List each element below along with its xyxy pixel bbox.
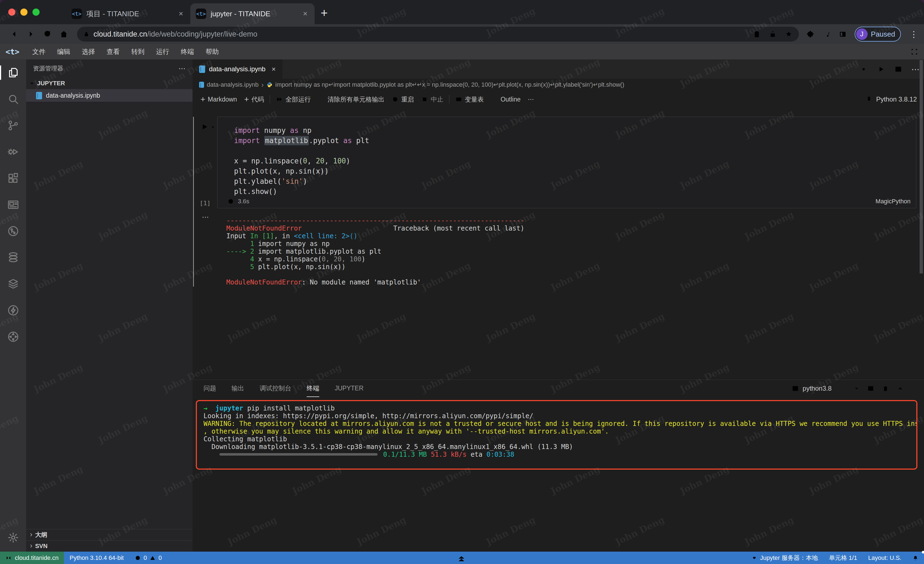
menu-item[interactable]: 文件 <box>27 47 51 56</box>
notifications-bell-icon[interactable] <box>907 552 924 564</box>
home-icon[interactable] <box>59 29 69 39</box>
close-tab-icon[interactable]: × <box>272 65 276 74</box>
editor-more-icon[interactable]: ⋯ <box>911 65 920 74</box>
restart-kernel-button[interactable]: 重启 <box>388 93 417 105</box>
activity-item-files[interactable] <box>0 59 26 86</box>
side-panel-icon[interactable] <box>838 30 847 39</box>
activity-item-preview[interactable] <box>0 191 26 218</box>
activity-item-extensions[interactable] <box>0 165 26 191</box>
new-terminal-icon[interactable] <box>839 385 846 393</box>
activity-item-database[interactable] <box>0 244 26 271</box>
toolbar-more-button[interactable]: ⋯ <box>524 93 538 105</box>
close-panel-icon[interactable] <box>911 385 919 393</box>
split-editor-icon[interactable] <box>894 65 903 74</box>
panel-tab-终端[interactable]: 终端 <box>307 380 319 397</box>
browser-menu-icon[interactable]: ⋮ <box>910 29 918 39</box>
terminal-output[interactable]: → jupyter pip install matplotlibLooking … <box>204 405 910 458</box>
cell-language-mode[interactable]: MagicPython <box>876 198 910 205</box>
activity-item-source-control[interactable] <box>0 112 26 139</box>
reading-list-icon[interactable] <box>822 30 831 39</box>
add-code-button[interactable]: +代码 <box>241 93 268 105</box>
minimize-window-button[interactable] <box>20 9 27 16</box>
forward-icon[interactable] <box>26 29 36 39</box>
profile-button[interactable]: J Paused <box>855 27 901 42</box>
maximize-panel-icon[interactable] <box>897 385 904 393</box>
notebook-settings-gear-icon[interactable] <box>860 65 868 74</box>
activity-item-layers[interactable] <box>0 271 26 297</box>
file-item-data-analysis[interactable]: data-analysis.ipynb <box>26 89 192 102</box>
activity-item-search[interactable] <box>0 86 26 112</box>
dock-reveal-icon[interactable] <box>455 553 468 563</box>
browser-tab[interactable]: <t>项目 - TITANIDE× <box>66 3 190 24</box>
menu-item[interactable]: 查看 <box>101 47 126 56</box>
panel-tab-问题[interactable]: 问题 <box>204 380 216 397</box>
execution-error-icon <box>227 198 234 205</box>
address-bar[interactable]: cloud.titanide.cn /ide/web/coding/jupyte… <box>77 27 799 42</box>
activity-item-lightning[interactable] <box>0 297 26 323</box>
menu-item[interactable]: 终端 <box>175 47 200 56</box>
back-icon[interactable] <box>10 29 19 39</box>
python-interpreter[interactable]: Python 3.10.4 64-bit <box>64 552 129 564</box>
terminal-dropdown-icon[interactable] <box>854 385 860 391</box>
fullscreen-icon[interactable] <box>910 48 918 56</box>
file-name: data-analysis.ipynb <box>46 92 100 99</box>
editor-tab-data-analysis[interactable]: data-analysis.ipynb × <box>192 59 282 79</box>
menu-item[interactable]: 帮助 <box>200 47 225 56</box>
sidebar-section-jupyter[interactable]: JUPYTER <box>26 78 192 89</box>
run-cell-dropdown-icon[interactable] <box>210 124 216 130</box>
menu-item[interactable]: 选择 <box>76 47 101 56</box>
menu-item[interactable]: 运行 <box>150 47 175 56</box>
clear-outputs-button[interactable]: 清除所有单元格输出 <box>314 93 388 105</box>
new-tab-button[interactable]: + <box>321 6 328 20</box>
code-cell[interactable]: import numpy as npimport matplotlib.pypl… <box>217 117 916 208</box>
outline-button[interactable]: Outline <box>487 93 524 105</box>
cell-code[interactable]: import numpy as npimport matplotlib.pypl… <box>234 126 369 197</box>
keyboard-layout-indicator[interactable]: Layout: U.S. <box>862 552 907 564</box>
run-cell-icon[interactable] <box>200 122 209 131</box>
extensions-puzzle-icon[interactable] <box>806 30 814 39</box>
close-window-button[interactable] <box>8 9 15 16</box>
sidebar-section-大纲[interactable]: ›大纲 <box>26 529 192 540</box>
zoom-window-button[interactable] <box>33 9 40 16</box>
output-collapse-icon[interactable]: ⋯ <box>202 213 210 221</box>
screen: <t>项目 - TITANIDE×<t>jupyter - TITANIDE× … <box>0 0 924 564</box>
split-terminal-icon[interactable] <box>867 385 874 393</box>
cell-position-indicator[interactable]: 单元格 1/1 <box>824 552 862 564</box>
source-control-icon <box>7 119 20 132</box>
manage-gear-button[interactable] <box>0 528 26 547</box>
sidebar-section-svn[interactable]: ›SVN <box>26 540 192 552</box>
editor-scrollbar[interactable] <box>920 60 923 274</box>
menu-item[interactable]: 编辑 <box>51 47 76 56</box>
interrupt-button[interactable]: 中止 <box>417 93 447 105</box>
activity-item-run-debug[interactable] <box>0 139 26 165</box>
variables-button[interactable]: 变量表 <box>452 93 487 105</box>
reload-icon[interactable] <box>43 29 52 39</box>
add-markdown-button[interactable]: +Markdown <box>197 93 241 105</box>
media-kit-icon[interactable] <box>753 30 761 38</box>
bookmark-star-icon[interactable] <box>784 30 793 38</box>
kernel-picker[interactable]: Python 3.8.12 <box>865 91 917 108</box>
panel-tab-输出[interactable]: 输出 <box>231 380 244 397</box>
activity-item-compass[interactable] <box>0 323 26 350</box>
close-tab-icon[interactable]: × <box>177 9 185 18</box>
kill-terminal-icon[interactable] <box>882 385 890 393</box>
run-notebook-icon[interactable] <box>877 65 885 74</box>
breadcrumb-file[interactable]: data-analysis.ipynb <box>207 81 258 88</box>
activity-item-share-circle[interactable] <box>0 218 26 244</box>
run-all-button[interactable]: 全部运行 <box>272 93 314 105</box>
close-tab-icon[interactable]: × <box>302 9 309 18</box>
terminal-highlight-box: → jupyter pip install matplotlibLooking … <box>196 400 917 470</box>
browser-tab[interactable]: <t>jupyter - TITANIDE× <box>190 3 315 24</box>
chevron-down-icon <box>29 80 35 86</box>
problems-indicator[interactable]: 0 0 <box>129 552 168 564</box>
panel-tab-调试控制台[interactable]: 调试控制台 <box>260 380 291 397</box>
jupyter-server-indicator[interactable]: Jupyter 服务器：本地 <box>746 552 824 564</box>
sidebar-more-icon[interactable]: ⋯ <box>178 65 186 73</box>
share-icon[interactable] <box>769 30 777 38</box>
terminal-profile-selector[interactable]: python3.8 <box>791 384 832 393</box>
panel-tab-JUPYTER[interactable]: JUPYTER <box>334 380 363 397</box>
remote-indicator[interactable]: cloud.titanide.cn <box>0 552 64 564</box>
menu-item[interactable]: 转到 <box>126 47 150 56</box>
breadcrumb-code[interactable]: import numpy as np↵import matplotlib.pyp… <box>275 81 624 88</box>
lock-icon[interactable] <box>83 31 90 38</box>
